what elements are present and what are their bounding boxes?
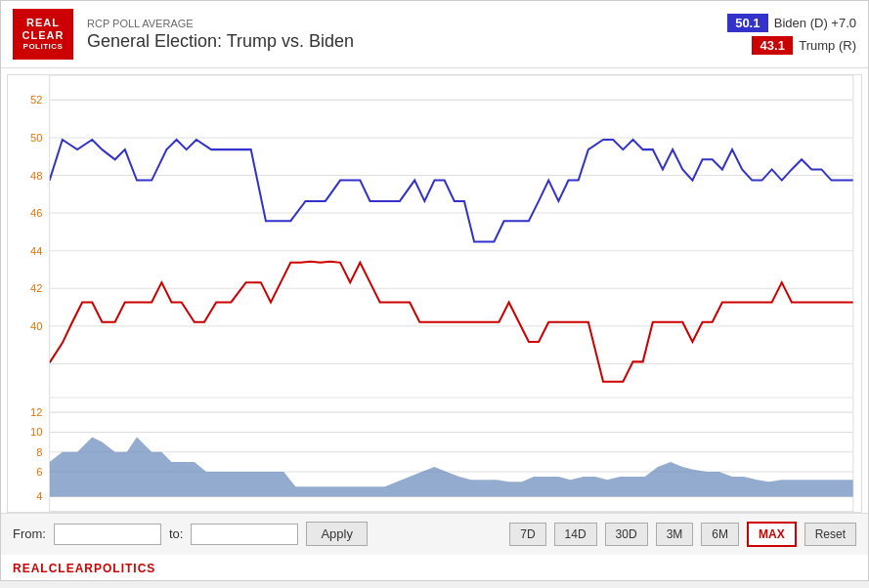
btn-14d[interactable]: 14D (554, 523, 597, 546)
btn-7d[interactable]: 7D (509, 523, 545, 546)
footer-brand: REALCLEARPOLITICS (13, 562, 155, 575)
apply-button[interactable]: Apply (306, 522, 368, 546)
legend: 50.1 Biden (D) +7.0 43.1 Trump (R) (727, 14, 856, 55)
chart-svg: 52 50 48 46 44 42 40 12 10 8 6 4 October… (8, 75, 861, 512)
biden-label: Biden (D) +7.0 (774, 16, 856, 30)
trump-badge: 43.1 (752, 36, 793, 55)
logo-clear: CLEAR (22, 29, 65, 42)
header-subtitle: RCP POLL AVERAGE (87, 18, 727, 29)
chart-container: 52 50 48 46 44 42 40 12 10 8 6 4 October… (7, 74, 862, 513)
svg-text:40: 40 (30, 320, 42, 332)
svg-text:4: 4 (36, 490, 42, 502)
btn-3m[interactable]: 3M (656, 523, 694, 546)
svg-text:42: 42 (30, 282, 42, 294)
btn-30d[interactable]: 30D (605, 523, 648, 546)
to-label: to: (169, 526, 183, 541)
svg-text:48: 48 (30, 170, 42, 182)
from-input[interactable] (54, 524, 161, 545)
svg-text:46: 46 (30, 207, 42, 219)
legend-trump: 43.1 Trump (R) (752, 36, 856, 55)
svg-text:October: October (801, 511, 843, 512)
svg-text:2020: 2020 (257, 511, 283, 512)
svg-text:July: July (630, 511, 653, 512)
svg-text:October: October (86, 511, 128, 512)
header: REAL CLEAR POLITICS RCP POLL AVERAGE Gen… (1, 1, 868, 68)
svg-text:8: 8 (36, 446, 42, 458)
header-text: RCP POLL AVERAGE General Election: Trump… (87, 18, 727, 52)
logo-real: REAL (26, 17, 60, 29)
logo-politics: POLITICS (23, 42, 64, 52)
svg-text:12: 12 (30, 406, 42, 418)
svg-text:44: 44 (30, 245, 42, 257)
svg-text:6: 6 (36, 466, 42, 478)
svg-rect-1 (50, 75, 853, 512)
svg-text:April: April (456, 511, 479, 512)
logo: REAL CLEAR POLITICS (13, 9, 73, 60)
svg-text:50: 50 (30, 132, 42, 144)
footer: REALCLEARPOLITICS (1, 555, 868, 580)
btn-6m[interactable]: 6M (701, 523, 739, 546)
to-input[interactable] (191, 524, 298, 545)
btn-max[interactable]: MAX (747, 522, 797, 547)
legend-biden: 50.1 Biden (D) +7.0 (727, 14, 856, 32)
trump-label: Trump (R) (799, 38, 856, 53)
btn-reset[interactable]: Reset (804, 523, 856, 546)
from-label: From: (13, 526, 46, 541)
chart-wrapper: 52 50 48 46 44 42 40 12 10 8 6 4 October… (1, 68, 868, 513)
svg-text:10: 10 (30, 426, 42, 438)
biden-badge: 50.1 (727, 14, 768, 32)
header-title: General Election: Trump vs. Biden (87, 31, 727, 52)
svg-text:52: 52 (30, 94, 42, 105)
controls: From: to: Apply 7D 14D 30D 3M 6M MAX Res… (1, 513, 868, 555)
main-container: REAL CLEAR POLITICS RCP POLL AVERAGE Gen… (0, 0, 869, 581)
